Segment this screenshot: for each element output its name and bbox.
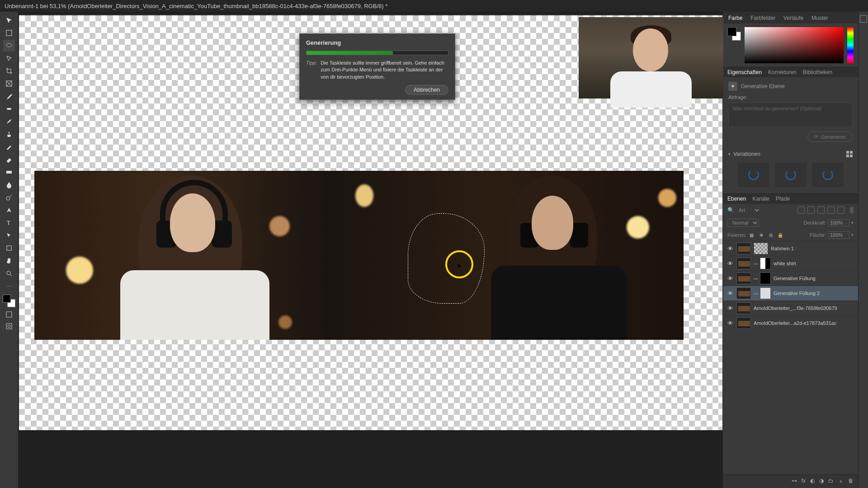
tab-kanaele[interactable]: Kanäle	[752, 196, 769, 202]
layer-row[interactable]: 👁⊶Generative Füllung 2	[723, 286, 858, 300]
tab-muster[interactable]: Muster	[811, 14, 829, 23]
move-tool[interactable]	[3, 14, 15, 26]
adjustment-layer-icon[interactable]: ◑	[819, 478, 824, 485]
layer-mask-thumb	[760, 258, 771, 269]
layers-tabs: Ebenen Kanäle Pfade	[723, 194, 858, 204]
visibility-icon[interactable]: 👁	[726, 245, 734, 252]
layer-name[interactable]: Rahmen 1	[771, 246, 794, 251]
fill-input[interactable]	[828, 231, 849, 239]
docked-panel-icon[interactable]	[860, 15, 867, 23]
visibility-icon[interactable]: 👁	[726, 319, 734, 327]
filter-toggle-icon[interactable]	[850, 207, 854, 213]
layer-row[interactable]: 👁Rahmen 1	[723, 241, 858, 256]
history-brush-tool[interactable]	[3, 141, 15, 153]
zoom-tool[interactable]	[3, 267, 15, 279]
svg-point-8	[7, 271, 10, 275]
layer-filter-kind[interactable]: Art	[737, 207, 760, 213]
group-icon[interactable]: 🗀	[828, 478, 834, 485]
heal-tool[interactable]	[3, 103, 15, 115]
lasso-tool[interactable]	[3, 40, 15, 52]
layer-mask-thumb	[754, 243, 768, 254]
foreground-background-swatch[interactable]	[3, 295, 15, 307]
grid-view-icon[interactable]	[846, 151, 853, 157]
layer-mask-icon[interactable]: ◐	[810, 478, 815, 485]
quick-select-tool[interactable]	[3, 52, 15, 64]
color-swatch-fgbg[interactable]	[727, 27, 741, 41]
variation-2[interactable]	[775, 163, 807, 187]
layer-filter-icons[interactable]	[797, 206, 844, 214]
layer-row[interactable]: 👁ArnoldOberleiter_...f3e-7658fe030679	[723, 300, 858, 315]
artboard-tool[interactable]	[3, 27, 15, 39]
visibility-icon[interactable]: 👁	[726, 275, 734, 282]
brush-tool[interactable]	[3, 116, 15, 127]
variation-3[interactable]	[812, 163, 844, 187]
edit-toolbar-icon[interactable]: ⋯	[5, 282, 14, 291]
layer-row[interactable]: 👁⊶white shirt	[723, 256, 858, 271]
visibility-icon[interactable]: 👁	[726, 305, 734, 312]
color-picker[interactable]	[723, 23, 858, 67]
shape-tool[interactable]	[3, 242, 15, 254]
canvas-area[interactable]: ➤ Generierung Tipp: Die Taskleiste sollt…	[18, 12, 722, 488]
crop-tool[interactable]	[3, 65, 15, 77]
pen-tool[interactable]	[3, 204, 15, 216]
trash-icon[interactable]: 🗑	[848, 478, 854, 485]
eraser-tool[interactable]	[3, 154, 15, 165]
layer-thumb	[736, 317, 751, 329]
layer-row[interactable]: 👁⊶Generative Füllung	[723, 271, 858, 286]
cancel-button[interactable]: Abbrechen	[405, 85, 448, 95]
layer-fx-icon[interactable]: fx	[802, 478, 806, 485]
tab-pfade[interactable]: Pfade	[776, 196, 790, 202]
layer-name[interactable]: white shirt	[774, 261, 796, 266]
screen-mode-icon[interactable]	[5, 310, 14, 319]
path-select-tool[interactable]	[3, 230, 15, 241]
layer-name[interactable]: ArnoldOberleiter...a2d-e17873a531ac	[754, 320, 836, 326]
gradient-tool[interactable]	[3, 166, 15, 178]
document-artwork	[34, 171, 684, 340]
generate-button[interactable]: ⟳ Generieren	[807, 131, 853, 142]
collapsed-panel-strip[interactable]	[858, 12, 868, 488]
color-field[interactable]	[745, 27, 844, 63]
blend-mode-select[interactable]: Normal	[727, 219, 759, 227]
hand-tool[interactable]	[3, 255, 15, 267]
layer-thumb	[736, 243, 751, 254]
eyedropper-tool[interactable]	[3, 90, 15, 102]
clone-tool[interactable]	[3, 128, 15, 140]
lock-position-icon[interactable]: ✥	[758, 232, 764, 239]
layer-name[interactable]: ArnoldOberleiter_...f3e-7658fe030679	[754, 305, 837, 311]
lock-pixels-icon[interactable]: ▦	[748, 232, 755, 239]
quick-mask-icon[interactable]	[5, 322, 14, 331]
prompt-input[interactable]: Was möchtest du generieren? (Optional)	[728, 103, 853, 127]
type-tool[interactable]: T	[3, 217, 15, 229]
chevron-down-icon[interactable]: ▾	[851, 233, 854, 237]
opacity-input[interactable]	[828, 219, 849, 226]
lock-all-icon[interactable]: 🔒	[777, 232, 783, 239]
generative-layer-icon: ✦	[728, 82, 737, 91]
tab-ebenen[interactable]: Ebenen	[727, 196, 746, 202]
visibility-icon[interactable]: 👁	[726, 290, 734, 297]
tab-farbe[interactable]: Farbe	[727, 14, 743, 23]
tab-verlaeufe[interactable]: Verläufe	[783, 14, 804, 23]
lock-artboard-icon[interactable]: ⊞	[767, 232, 774, 239]
layer-name[interactable]: Generative Füllung	[774, 276, 816, 281]
chevron-down-icon[interactable]: ▾	[728, 152, 731, 156]
tab-korrekturen[interactable]: Korrekturen	[768, 69, 797, 75]
generation-progress-dialog: Generierung Tipp: Die Taskleiste sollte …	[299, 33, 455, 100]
variation-1[interactable]	[738, 163, 769, 187]
visibility-icon[interactable]: 👁	[726, 260, 734, 267]
frame-tool[interactable]	[3, 78, 15, 89]
layer-list: 👁Rahmen 1👁⊶white shirt👁⊶Generative Füllu…	[723, 241, 858, 474]
layer-thumb	[736, 258, 751, 269]
link-layers-icon[interactable]: ⊶	[792, 478, 797, 485]
blur-tool[interactable]	[3, 179, 15, 191]
layer-name[interactable]: Generative Füllung 2	[774, 291, 820, 296]
new-layer-icon[interactable]: ＋	[838, 478, 844, 485]
hue-slider[interactable]	[847, 27, 854, 63]
chevron-down-icon[interactable]: ▾	[851, 221, 854, 225]
layer-row[interactable]: 👁ArnoldOberleiter...a2d-e17873a531ac	[723, 315, 858, 330]
tab-farbfelder[interactable]: Farbfelder	[750, 14, 776, 23]
search-icon[interactable]: 🔍	[727, 207, 734, 213]
tab-bibliotheken[interactable]: Bibliotheken	[803, 69, 832, 75]
dodge-tool[interactable]	[3, 192, 15, 203]
layer-thumb	[736, 272, 751, 284]
tab-eigenschaften[interactable]: Eigenschaften	[727, 69, 762, 75]
